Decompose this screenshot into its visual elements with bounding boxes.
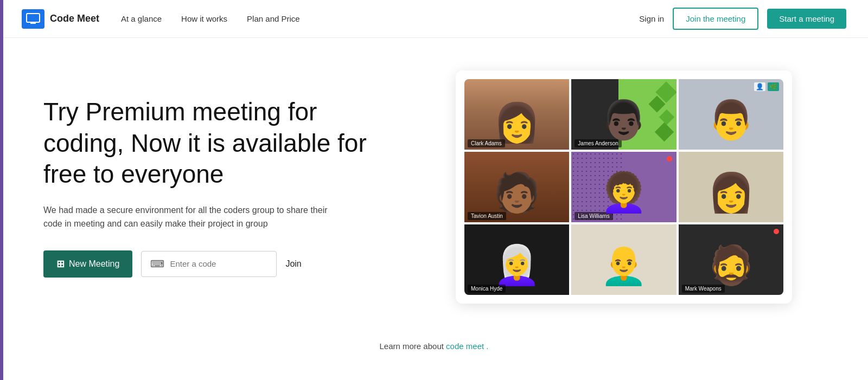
cell-3-icon-1: 👤 bbox=[754, 82, 765, 91]
bottom-section: Learn more about code meet . bbox=[0, 325, 868, 362]
nav-links: At a glance How it works Plan and Price bbox=[121, 14, 639, 23]
svg-rect-0 bbox=[27, 14, 40, 22]
left-accent-bar bbox=[0, 0, 3, 380]
status-dot-9 bbox=[774, 229, 779, 234]
code-input-wrapper: ⌨ bbox=[141, 251, 277, 277]
bottom-text: Learn more about bbox=[380, 342, 444, 351]
video-grid: 👩 Clark Adams 👨🏿 James And bbox=[464, 79, 783, 295]
join-meeting-button[interactable]: Join the meeting bbox=[673, 8, 758, 30]
video-cell-8: 👨‍🦲 bbox=[571, 224, 676, 295]
cell-3-icon-2: 🌿 bbox=[768, 82, 779, 91]
bottom-link[interactable]: code meet . bbox=[446, 342, 488, 351]
hero-subtitle: We had made a secure environment for all… bbox=[43, 203, 347, 231]
video-cell-4: 🧑🏾 Tavion Austin bbox=[464, 152, 569, 222]
video-cell-7: 👩‍🦳 Monica Hyde bbox=[464, 224, 569, 295]
action-row: ⊞ New Meeting ⌨ Join bbox=[43, 250, 380, 278]
plus-icon: ⊞ bbox=[56, 258, 65, 270]
name-tag-7: Monica Hyde bbox=[468, 285, 506, 293]
new-meeting-button[interactable]: ⊞ New Meeting bbox=[43, 250, 132, 278]
main-content: Try Premium meeting for coding, Now it i… bbox=[0, 38, 868, 325]
video-cell-5: 👩‍🦱 Lisa Williams bbox=[571, 152, 676, 222]
sign-in-link[interactable]: Sign in bbox=[639, 14, 664, 23]
keyboard-icon: ⌨ bbox=[150, 258, 164, 270]
join-link[interactable]: Join bbox=[285, 259, 301, 269]
hero-section: Try Premium meeting for coding, Now it i… bbox=[43, 96, 380, 278]
name-tag-9: Mark Weapons bbox=[682, 285, 725, 293]
code-input[interactable] bbox=[170, 259, 267, 268]
video-cell-6: 👩 bbox=[679, 152, 783, 222]
video-cell-9: 🧔 Mark Weapons bbox=[679, 224, 783, 295]
new-meeting-label: New Meeting bbox=[69, 259, 119, 269]
video-cell-2: 👨🏿 James Anderson bbox=[571, 79, 676, 150]
video-section: 👩 Clark Adams 👨🏿 James And bbox=[423, 70, 825, 304]
nav-at-a-glance[interactable]: At a glance bbox=[121, 14, 162, 23]
brand: Code Meet bbox=[22, 9, 99, 29]
navbar: Code Meet At a glance How it works Plan … bbox=[0, 0, 868, 38]
hero-title: Try Premium meeting for coding, Now it i… bbox=[43, 96, 380, 190]
nav-actions: Sign in Join the meeting Start a meeting bbox=[639, 8, 846, 30]
video-cell-1: 👩 Clark Adams bbox=[464, 79, 569, 150]
brand-name: Code Meet bbox=[50, 13, 99, 24]
video-cell-3: 👤 🌿 👨 bbox=[679, 79, 783, 150]
brand-icon bbox=[22, 9, 44, 29]
nav-how-it-works[interactable]: How it works bbox=[181, 14, 227, 23]
start-meeting-button[interactable]: Start a meeting bbox=[767, 9, 846, 29]
nav-plan-price[interactable]: Plan and Price bbox=[247, 14, 300, 23]
name-tag-1: Clark Adams bbox=[468, 139, 505, 147]
cell-3-icons: 👤 🌿 bbox=[754, 82, 779, 91]
name-tag-4: Tavion Austin bbox=[468, 212, 506, 220]
video-card: 👩 Clark Adams 👨🏿 James And bbox=[456, 70, 792, 304]
